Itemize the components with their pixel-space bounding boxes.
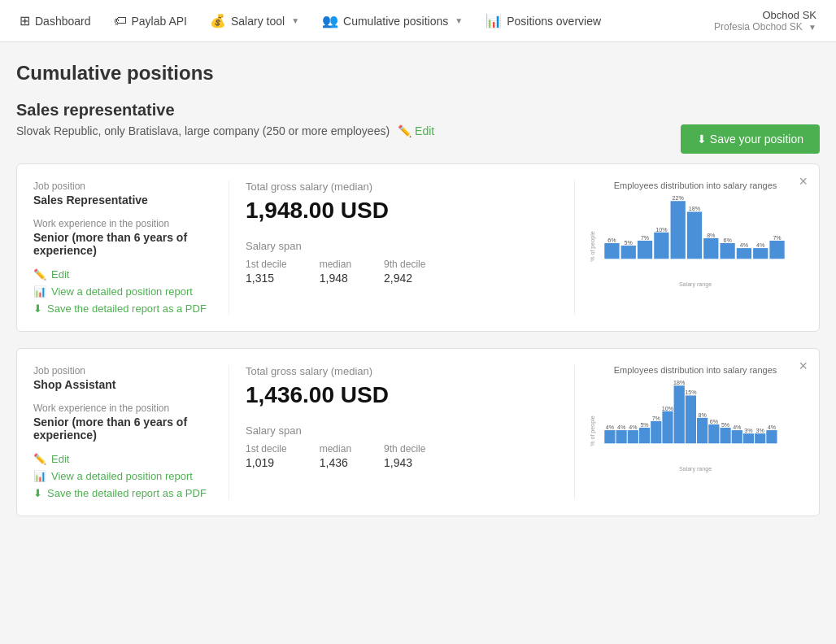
svg-text:5%: 5% [640, 422, 649, 429]
save-pdf-link-2[interactable]: ⬇ Save the detailed report as a PDF [33, 487, 212, 499]
svg-rect-11 [687, 211, 702, 259]
edit-link-2[interactable]: ✏️ Edit [33, 453, 212, 465]
svg-rect-37 [674, 385, 685, 443]
svg-text:6%: 6% [607, 237, 616, 244]
svg-text:6%: 6% [723, 237, 732, 244]
nav-cumulative-positions[interactable]: 👥 Cumulative positions ▼ [312, 8, 472, 33]
detail-report-link-1[interactable]: 📊 View a detailed position report [33, 285, 212, 298]
nav-positions-overview[interactable]: 📊 Positions overview [476, 8, 611, 33]
chart-svg-1: % of people 6%5%7%10%22%18%8%6%4%4%7% Sa… [588, 194, 803, 291]
svg-text:4%: 4% [733, 424, 742, 431]
svg-rect-47 [732, 430, 742, 443]
save-position-button[interactable]: ⬇ Save your position [681, 124, 820, 154]
salary-tool-icon: 💰 [210, 13, 226, 28]
svg-text:5%: 5% [625, 240, 634, 246]
svg-text:4%: 4% [617, 424, 626, 431]
svg-text:8%: 8% [707, 233, 716, 239]
decile9-col-1: 9th decile 2,942 [384, 259, 425, 285]
edit-icon-2: ✏️ [33, 453, 46, 465]
svg-text:% of people: % of people [590, 416, 596, 446]
svg-rect-17 [737, 248, 751, 259]
svg-text:7%: 7% [652, 416, 661, 422]
chart-title-1: Employees distribution into salary range… [588, 181, 803, 190]
svg-text:6%: 6% [710, 419, 719, 425]
work-exp-value-2: Senior (more than 6 years of experience) [33, 416, 212, 442]
svg-rect-53 [766, 430, 777, 443]
work-exp-label-2: Work experience in the position [33, 402, 212, 414]
decile9-col-2: 9th decile 1,943 [384, 443, 425, 469]
card-links-2: ✏️ Edit 📊 View a detailed position repor… [33, 453, 212, 499]
svg-text:18%: 18% [673, 380, 686, 386]
chart-svg-2: % of people 4%4%4%5%7%10%18%15%8%6%5%4%3… [588, 378, 803, 476]
card-right-2: Employees distribution into salary range… [575, 365, 803, 499]
salary-amount-1: 1,948.00 USD [246, 198, 558, 224]
job-position-label-2: Job position [33, 365, 212, 376]
svg-text:Salary range: Salary range [679, 281, 712, 288]
card-links-1: ✏️ Edit 📊 View a detailed position repor… [33, 268, 212, 315]
card-left-1: Job position Sales Representative Work e… [33, 181, 229, 315]
svg-text:8%: 8% [698, 412, 707, 419]
svg-rect-1 [604, 243, 619, 259]
position-card-2: × Job position Shop Assistant Work exper… [16, 348, 820, 516]
salary-span-label-1: Salary span [246, 240, 558, 252]
svg-text:5%: 5% [721, 422, 730, 429]
work-exp-value-1: Senior (more than 6 years of experience) [33, 231, 212, 257]
pdf-icon-1: ⬇ [33, 302, 42, 315]
svg-text:4%: 4% [629, 424, 638, 431]
svg-text:3%: 3% [744, 428, 753, 434]
svg-rect-33 [651, 421, 661, 443]
svg-rect-39 [686, 395, 696, 443]
account-menu[interactable]: Obchod SK Profesia Obchod SK ▼ [704, 6, 826, 36]
job-position-value-1: Sales Representative [33, 194, 212, 207]
detail-report-link-2[interactable]: 📊 View a detailed position report [33, 470, 212, 482]
nav-salary-tool[interactable]: 💰 Salary tool ▼ [200, 8, 309, 33]
position-title: Sales representative [16, 101, 820, 120]
svg-text:10%: 10% [662, 406, 674, 412]
position-header: Slovak Republic, only Bratislava, large … [16, 124, 820, 163]
header-edit-link[interactable]: ✏️ Edit [398, 124, 434, 137]
svg-text:4%: 4% [740, 242, 749, 249]
job-position-label-1: Job position [33, 181, 212, 192]
dashboard-icon: ⊞ [20, 13, 30, 28]
salary-amount-2: 1,436.00 USD [246, 382, 558, 408]
svg-text:7%: 7% [641, 235, 650, 242]
svg-rect-19 [753, 248, 768, 259]
salary-label-1: Total gross salary (median) [246, 181, 558, 193]
close-button-1[interactable]: × [799, 174, 808, 189]
card-right-1: Employees distribution into salary range… [575, 181, 803, 315]
svg-rect-31 [639, 428, 650, 443]
svg-rect-15 [720, 243, 734, 259]
svg-rect-41 [697, 418, 708, 443]
nav-dashboard[interactable]: ⊞ Dashboard [10, 8, 101, 33]
svg-rect-51 [755, 433, 765, 443]
save-pdf-link-1[interactable]: ⬇ Save the detailed report as a PDF [33, 302, 212, 315]
svg-rect-35 [662, 411, 673, 444]
pdf-icon-2: ⬇ [33, 487, 42, 499]
svg-rect-13 [703, 238, 718, 259]
close-button-2[interactable]: × [799, 359, 808, 373]
svg-text:3%: 3% [756, 428, 765, 434]
nav-paylab-api[interactable]: 🏷 Paylab API [104, 9, 198, 33]
svg-text:4%: 4% [756, 242, 765, 249]
edit-icon: ✏️ [398, 124, 411, 137]
svg-rect-43 [708, 424, 719, 443]
download-icon: ⬇ [697, 133, 707, 146]
paylab-api-icon: 🏷 [114, 14, 127, 28]
chart-area-1: % of people 6%5%7%10%22%18%8%6%4%4%7% Sa… [588, 194, 803, 291]
decile1-col-1: 1st decile 1,315 [246, 259, 287, 285]
edit-icon-1: ✏️ [33, 268, 46, 281]
salary-span-row-1: 1st decile 1,315 median 1,948 9th decile… [246, 259, 558, 285]
svg-rect-29 [628, 430, 638, 443]
navigation: ⊞ Dashboard 🏷 Paylab API 💰 Salary tool ▼… [0, 0, 836, 42]
svg-text:7%: 7% [773, 235, 782, 242]
card-inner-1: Job position Sales Representative Work e… [33, 181, 803, 315]
job-position-value-2: Shop Assistant [33, 378, 212, 391]
card-inner-2: Job position Shop Assistant Work experie… [33, 365, 803, 499]
account-arrow-icon: ▼ [808, 23, 816, 32]
svg-text:15%: 15% [685, 389, 697, 396]
svg-rect-21 [769, 241, 784, 259]
card-center-2: Total gross salary (median) 1,436.00 USD… [229, 365, 575, 499]
svg-rect-45 [720, 428, 730, 443]
edit-link-1[interactable]: ✏️ Edit [33, 268, 212, 281]
svg-text:4%: 4% [768, 424, 777, 431]
